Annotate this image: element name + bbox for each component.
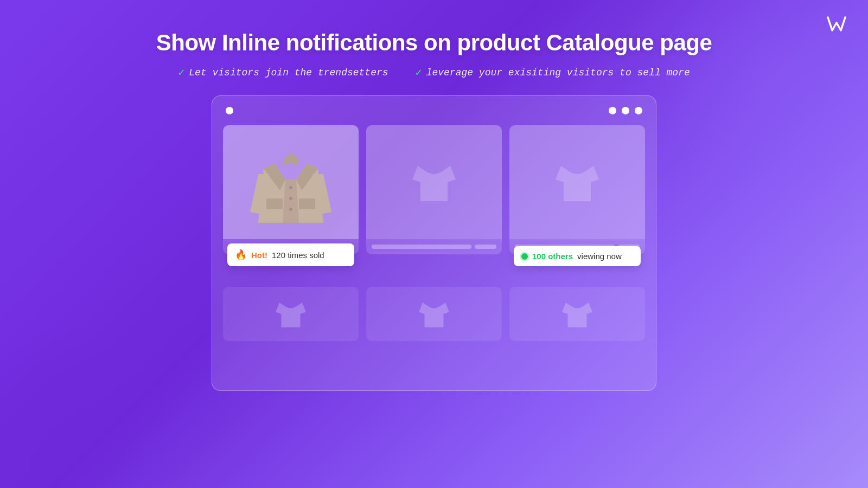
hot-label: Hot! bbox=[251, 251, 267, 260]
svg-point-2 bbox=[289, 186, 292, 189]
page-header: Show Inline notifications on product Cat… bbox=[156, 30, 712, 79]
ghost-shirt-svg-1 bbox=[407, 155, 461, 209]
product-card-tshirt2: 100 others viewing now bbox=[509, 125, 645, 254]
product-card-mini-2 bbox=[366, 287, 502, 341]
product-card-jacket: 🔥 Hot! 120 times sold bbox=[223, 125, 359, 254]
subtitle-text-1: Let visitors join the trendsetters bbox=[189, 67, 388, 78]
sold-text: 120 times sold bbox=[272, 251, 324, 260]
viewers-badge: 100 others viewing now bbox=[514, 246, 641, 266]
browser-dot-2 bbox=[622, 107, 629, 114]
svg-point-3 bbox=[289, 197, 292, 200]
others-label: 100 others bbox=[532, 252, 573, 261]
hot-badge: 🔥 Hot! 120 times sold bbox=[227, 243, 354, 266]
browser-dots-right bbox=[609, 107, 642, 114]
ghost-shirt-svg-2 bbox=[550, 155, 604, 209]
check-icon-1: ✓ bbox=[178, 66, 184, 79]
browser-chrome bbox=[223, 107, 645, 114]
check-icon-2: ✓ bbox=[416, 66, 422, 79]
product-grid-row1: 🔥 Hot! 120 times sold bbox=[223, 125, 645, 254]
product-card-tshirt1 bbox=[366, 125, 502, 254]
browser-dot-3 bbox=[635, 107, 642, 114]
svg-point-4 bbox=[289, 208, 292, 211]
product-image-tshirt2 bbox=[509, 125, 645, 239]
product-card-mini-1 bbox=[223, 287, 359, 341]
bar-long-2 bbox=[372, 245, 471, 249]
logo-svg bbox=[827, 16, 846, 31]
page-title: Show Inline notifications on product Cat… bbox=[156, 30, 712, 56]
subtitle-item-2: ✓ leverage your exisiting visitors to se… bbox=[416, 66, 690, 79]
subtitle-row: ✓ Let visitors join the trendsetters ✓ l… bbox=[156, 66, 712, 79]
product-card-mini-3 bbox=[509, 287, 645, 341]
browser-mockup: 🔥 Hot! 120 times sold bbox=[212, 95, 656, 391]
mini-shirt-svg-1 bbox=[272, 295, 310, 333]
subtitle-item-1: ✓ Let visitors join the trendsetters bbox=[178, 66, 388, 79]
jacket-svg bbox=[247, 136, 334, 228]
bar-short-2 bbox=[475, 245, 496, 249]
subtitle-text-2: leverage your exisiting visitors to sell… bbox=[426, 67, 690, 78]
card-bars-tshirt1 bbox=[366, 239, 502, 254]
product-grid-row2 bbox=[223, 287, 645, 341]
fire-icon: 🔥 bbox=[235, 249, 247, 261]
mini-shirt-svg-2 bbox=[415, 295, 453, 333]
browser-dot-left bbox=[226, 107, 233, 114]
svg-rect-0 bbox=[266, 198, 283, 209]
product-image-tshirt1 bbox=[366, 125, 502, 239]
browser-dot-1 bbox=[609, 107, 616, 114]
svg-rect-1 bbox=[299, 198, 315, 209]
viewing-text: viewing now bbox=[577, 252, 622, 261]
mini-shirt-svg-3 bbox=[558, 295, 596, 333]
app-logo bbox=[827, 16, 846, 35]
product-image-jacket bbox=[223, 125, 359, 239]
green-dot-icon bbox=[521, 253, 528, 260]
